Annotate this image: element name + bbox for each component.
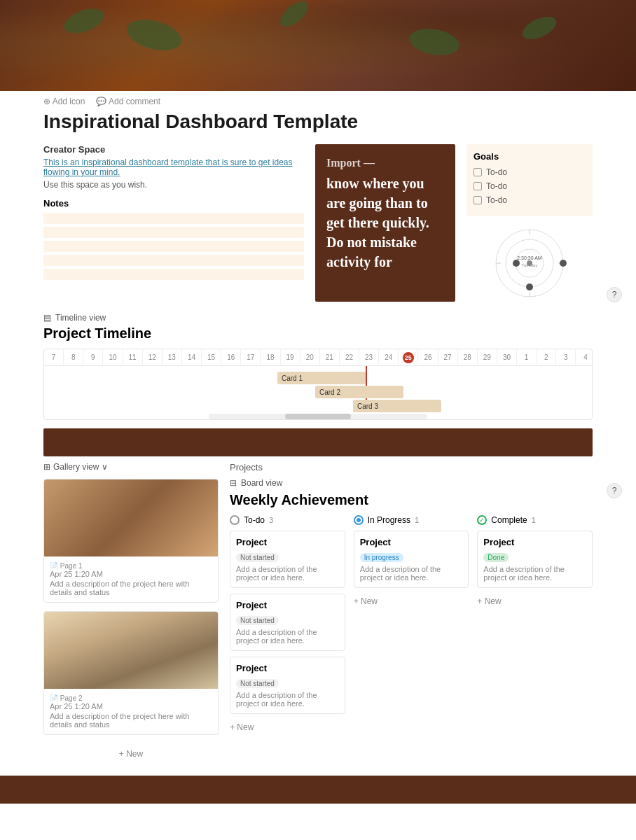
status-badge: Not started [236,553,279,562]
todo-card-3[interactable]: Project Not started Add a description of… [230,657,345,714]
gallery-date-2: Apr 25 1:20 AM [50,702,212,710]
page-icon-2: 📄 Page 2 [50,694,212,702]
svg-point-9 [513,260,520,267]
timeline-section: ▤ Timeline view Project Timeline 7 8 9 1… [0,313,636,420]
complete-col-header: ✓ Complete 1 [477,515,593,525]
gallery-info-2: 📄 Page 2 Apr 25 1:20 AM Add a descriptio… [44,689,218,734]
scroll-thumb [285,414,351,419]
tl-col: 28 [458,349,478,366]
tl-col: 12 [143,349,163,366]
card3-bar[interactable]: Card 3 [353,400,441,412]
todo-circle [230,515,240,525]
board-icon: ⊟ [230,478,237,488]
tl-col: 15 [202,349,221,366]
timeline-body: Card 1 Card 2 Card 3 [44,366,593,412]
left-column: Creator Space This is an inspirational d… [43,144,304,302]
gallery-desc-2: Add a description of the project here wi… [50,712,212,729]
tl-col: 18 [261,349,280,366]
tl-col: 3 [556,349,576,366]
right-column: Goals To-do To-do To-do [466,144,593,302]
goal-item-2: To-do [473,181,586,191]
gallery-chevron-icon: ∨ [102,462,108,472]
tl-col: 10 [103,349,123,366]
notes-section: Notes [43,198,304,280]
timeline-inner: 7 8 9 10 11 12 13 14 15 16 17 18 19 20 2… [44,349,593,412]
tl-col: 9 [83,349,103,366]
card2-bar[interactable]: Card 2 [315,386,403,398]
tl-col: 11 [123,349,143,366]
bottom-dark-bar [0,776,636,804]
goal-checkbox-1[interactable] [473,168,482,176]
help-button-2[interactable]: ? [607,483,622,498]
tl-col: 22 [340,349,359,366]
tl-col: 19 [281,349,300,366]
gallery-view-label[interactable]: ⊞ Gallery view ∨ [43,462,219,472]
tl-col: 21 [320,349,340,366]
status-badge: In progress [360,553,403,562]
note-line [43,241,304,252]
gallery-projects-grid: ⊞ Gallery view ∨ 📄 Page 1 Apr 25 1:20 AM… [0,462,636,764]
goal-item-1: To-do [473,167,586,177]
gallery-add-new[interactable]: + New [43,743,219,764]
creator-label: Creator Space [43,144,304,155]
complete-add-new[interactable]: + New [477,594,593,609]
orbit-svg: 2:30:30 AM Tuesday [491,225,568,302]
board-title: Weekly Achievement [230,492,593,508]
goal-checkbox-3[interactable] [473,196,482,204]
todo-card-1[interactable]: Project Not started Add a description of… [230,531,345,588]
dark-divider-1 [43,428,593,456]
tl-col: 17 [241,349,261,366]
timeline-view-label[interactable]: ▤ Timeline view [43,313,593,323]
goal-item-3: To-do [473,195,586,205]
gallery-thumb-2 [44,612,218,689]
tl-col: 2 [537,349,556,366]
gallery-thumb-1 [44,479,218,556]
tl-col: 23 [359,349,379,366]
inprogress-add-new[interactable]: + New [354,594,469,609]
add-comment-link[interactable]: 💬 Add comment [96,97,160,106]
tl-col: 24 [379,349,399,366]
inprogress-column: In Progress 1 Project In progress Add a … [354,515,469,735]
svg-point-8 [526,284,533,290]
gallery-date-1: Apr 25 1:20 AM [50,570,212,578]
gallery-item-2[interactable]: 📄 Page 2 Apr 25 1:20 AM Add a descriptio… [43,611,219,735]
gallery-desc-1: Add a description of the project here wi… [50,580,212,596]
tl-col: 27 [438,349,458,366]
help-button-1[interactable]: ? [607,287,622,302]
board-view-label[interactable]: ⊟ Board view [230,478,593,488]
tl-col-today: 25 [399,349,418,366]
card1-bar[interactable]: Card 1 [277,372,366,384]
creator-link[interactable]: This is an inspirational dashboard templ… [43,158,304,177]
inprogress-card-1[interactable]: Project In progress Add a description of… [354,531,469,588]
page-icon-1: 📄 Page 1 [50,562,212,570]
timeline-header: 7 8 9 10 11 12 13 14 15 16 17 18 19 20 2… [44,349,593,366]
quote-text: know where you are going than to get the… [326,174,444,272]
add-icon-link[interactable]: ⊕ Add icon [43,97,85,106]
creator-desc: Use this space as you wish. [43,180,304,190]
timeline-scroll[interactable]: 7 8 9 10 11 12 13 14 15 16 17 18 19 20 2… [43,349,593,420]
gallery-item-1[interactable]: 📄 Page 1 Apr 25 1:20 AM Add a descriptio… [43,479,219,603]
orbit-clock: 2:30:30 AM Tuesday [466,225,593,302]
gallery-section: ⊞ Gallery view ∨ 📄 Page 1 Apr 25 1:20 AM… [43,462,219,764]
goal-checkbox-2[interactable] [473,182,482,190]
todo-add-new[interactable]: + New [230,720,345,735]
svg-text:Tuesday: Tuesday [522,263,538,267]
hero-banner [0,0,636,91]
note-line [43,213,304,224]
quote-prefix: Import — [326,155,444,171]
status-badge: Not started [236,679,279,688]
header-area: ⊕ Add icon 💬 Add comment Inspirational D… [0,91,636,133]
timeline-scrollbar[interactable] [209,414,428,419]
gallery-icon: ⊞ [43,462,50,472]
todo-col-header: To-do 3 [230,515,345,525]
status-badge: Not started [236,616,279,625]
goals-title: Goals [473,151,586,162]
tl-col: 4 [576,349,593,366]
projects-label: Projects [230,462,593,472]
todo-card-2[interactable]: Project Not started Add a description of… [230,594,345,651]
toolbar-links: ⊕ Add icon 💬 Add comment [43,97,593,106]
complete-card-1[interactable]: Project Done Add a description of the pr… [477,531,593,588]
quote-box: Import — know where you are going than t… [315,144,455,302]
note-line [43,255,304,266]
inprogress-circle [354,515,364,525]
